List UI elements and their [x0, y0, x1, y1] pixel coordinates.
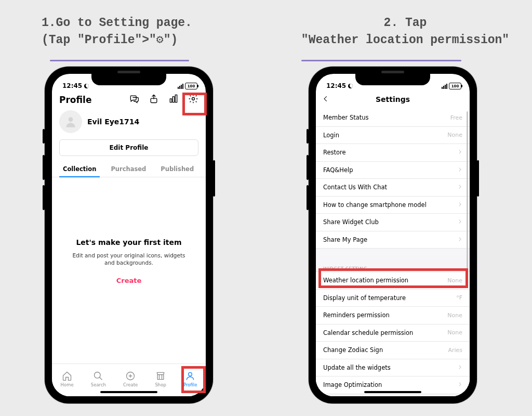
settings-row-value: °F	[456, 294, 462, 301]
phone-settings: 12:45 100 Settings Member StatusFreeLogi…	[309, 67, 477, 404]
tab-home-label: Home	[61, 382, 74, 387]
tab-draft[interactable]: Draft	[205, 161, 206, 177]
section-others: OTHERS	[316, 394, 470, 397]
settings-row-label: Restore	[323, 149, 346, 156]
tab-collection[interactable]: Collection	[59, 161, 100, 177]
step2-caption: 2. Tap "Weather location permission"	[296, 15, 514, 49]
page-title: Profile	[59, 95, 91, 105]
settings-row-label: Update all the widgets	[323, 364, 391, 371]
tab-purchased[interactable]: Purchased	[107, 161, 150, 177]
gear-icon[interactable]	[188, 94, 198, 106]
settings-row-value: Free	[450, 114, 462, 121]
tab-create-label: Create	[123, 382, 138, 387]
settings-row-label: Reminders permission	[323, 311, 390, 319]
settings-row-b-3[interactable]: Calendar schedule permissionNone	[316, 324, 470, 342]
settings-row-a-4[interactable]: Contact Us With Chat	[316, 179, 470, 197]
settings-row-b-1[interactable]: Display unit of temperature°F	[316, 290, 470, 307]
tab-search[interactable]: Search	[91, 371, 106, 387]
back-button[interactable]	[322, 95, 329, 105]
empty-subtitle: Edit and post your original icons, widge…	[68, 252, 190, 266]
settings-row-label: FAQ&Help	[323, 166, 353, 174]
settings-row-value: None	[447, 329, 462, 336]
settings-row-a-6[interactable]: Share Widget Club	[316, 214, 470, 231]
status-time: 12:45	[62, 82, 82, 89]
tab-profile[interactable]: Profile	[183, 371, 197, 387]
settings-row-label: Calendar schedule permission	[323, 329, 413, 336]
empty-title: Let's make your first item	[68, 238, 190, 246]
settings-list[interactable]: Member StatusFreeLoginNoneRestoreFAQ&Hel…	[316, 109, 470, 396]
settings-row-b-4[interactable]: Change Zodiac SignAries	[316, 342, 470, 359]
settings-row-label: Display unit of temperature	[323, 294, 406, 302]
dnd-icon	[84, 84, 89, 88]
settings-row-label: Image Optimization	[323, 381, 382, 388]
settings-row-a-7[interactable]: Share My Page	[316, 231, 470, 249]
svg-rect-3	[175, 95, 177, 102]
chevron-right-icon	[457, 364, 462, 371]
settings-row-b-0[interactable]: Weather location permissionNone	[316, 272, 470, 290]
svg-point-4	[192, 98, 195, 100]
step2-underline	[301, 60, 461, 61]
settings-row-a-0[interactable]: Member StatusFree	[316, 109, 470, 127]
settings-row-b-5[interactable]: Update all the widgets	[316, 359, 470, 377]
settings-row-label: How to change smartphone model	[323, 201, 427, 209]
signal-icon	[442, 84, 447, 89]
svg-rect-2	[172, 97, 174, 102]
tab-published[interactable]: Published	[157, 161, 197, 177]
avatar[interactable]	[59, 110, 82, 133]
svg-point-5	[69, 117, 73, 122]
settings-row-label: Weather location permission	[323, 277, 408, 284]
settings-row-value: None	[447, 277, 462, 284]
step1-caption: 1.Go to Setting page. (Tap "Profile">"⚙"…	[42, 15, 229, 49]
svg-point-8	[189, 372, 192, 376]
settings-row-value: None	[447, 132, 462, 138]
edit-profile-button[interactable]: Edit Profile	[59, 139, 198, 156]
chevron-right-icon	[457, 236, 462, 243]
dnd-icon	[348, 84, 353, 88]
battery-icon: 100	[449, 83, 461, 89]
chevron-right-icon	[457, 184, 462, 191]
svg-point-6	[95, 372, 101, 379]
tab-shop[interactable]: Shop	[155, 371, 166, 387]
settings-row-label: Share Widget Club	[323, 218, 379, 226]
home-indicator	[364, 391, 421, 393]
username: Evil Eye1714	[87, 118, 139, 126]
settings-header: Settings	[316, 89, 470, 110]
settings-row-label: Member Status	[323, 114, 369, 121]
settings-row-b-2[interactable]: Reminders permissionNone	[316, 307, 470, 324]
chevron-right-icon	[457, 218, 462, 226]
settings-row-label: Share My Page	[323, 236, 367, 243]
empty-state: Let's make your first item Edit and post…	[52, 238, 206, 284]
tab-home[interactable]: Home	[61, 371, 74, 387]
settings-row-a-1[interactable]: LoginNone	[316, 127, 470, 145]
svg-rect-1	[170, 99, 171, 102]
settings-row-a-5[interactable]: How to change smartphone model	[316, 197, 470, 214]
phone-profile: 12:45 100 Profile	[45, 67, 213, 404]
settings-row-a-3[interactable]: FAQ&Help	[316, 162, 470, 179]
settings-row-label: Login	[323, 132, 339, 139]
stats-icon[interactable]	[168, 94, 179, 106]
settings-row-value: Aries	[448, 347, 462, 354]
chat-icon[interactable]	[129, 94, 139, 106]
settings-row-a-2[interactable]: Restore	[316, 144, 470, 162]
scrollbar[interactable]	[467, 111, 468, 272]
tab-create[interactable]: Create	[123, 371, 138, 387]
tab-profile-label: Profile	[183, 382, 197, 387]
tab-shop-label: Shop	[155, 382, 166, 387]
status-time: 12:45	[326, 82, 346, 89]
settings-row-value: None	[447, 312, 462, 319]
settings-title: Settings	[376, 95, 410, 103]
section-widget-setting: WIDGET SETTING	[316, 249, 470, 272]
settings-row-label: Contact Us With Chat	[323, 184, 387, 191]
share-icon[interactable]	[149, 94, 159, 106]
create-link[interactable]: Create	[68, 277, 190, 284]
settings-row-label: Change Zodiac Sign	[323, 346, 383, 354]
home-indicator	[100, 391, 157, 393]
signal-icon	[178, 84, 183, 89]
battery-icon: 100	[185, 83, 197, 89]
tab-search-label: Search	[91, 382, 106, 387]
step1-underline	[50, 60, 189, 61]
chevron-right-icon	[457, 201, 462, 209]
chevron-right-icon	[457, 149, 462, 156]
chevron-right-icon	[457, 166, 462, 174]
profile-tabs: Collection Purchased Published Draft	[52, 161, 206, 177]
